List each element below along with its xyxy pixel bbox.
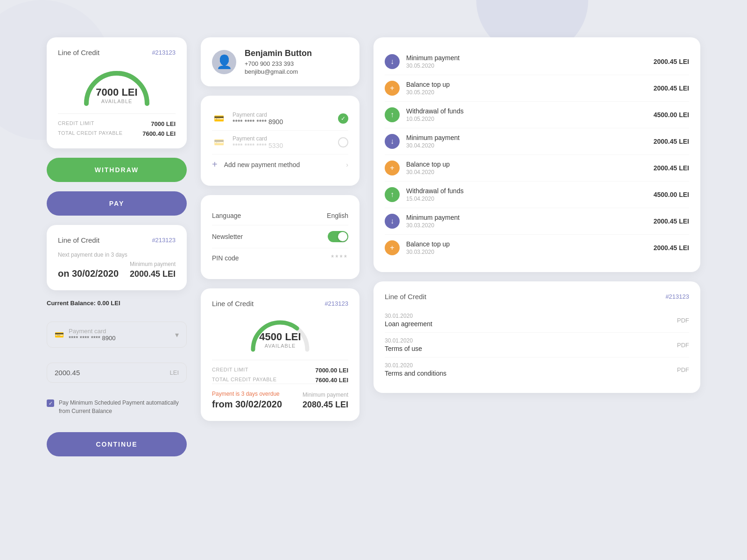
txn-info: Minimum payment 30.04.2020 <box>406 134 459 149</box>
txn-title: Balance top up <box>406 81 450 88</box>
loc-card-3: Line of Credit #213123 4500 LEI AVAILABL… <box>201 288 359 421</box>
payment-card-select[interactable]: 💳 Payment card **** **** **** 8900 ▾ <box>47 322 187 348</box>
doc-name: Terms and conditions <box>385 370 446 377</box>
pin-label: PIN code <box>212 254 239 262</box>
overdue-tag: Payment is 3 days overdue <box>212 391 282 397</box>
overdue-row: Payment is 3 days overdue from 30/02/202… <box>212 384 348 410</box>
payment-card-number: **** **** **** 8900 <box>69 335 115 342</box>
docs-header: Line of Credit #213123 <box>385 293 689 301</box>
credit-limit-val: 7000 LEI <box>151 120 176 127</box>
pin-setting[interactable]: PIN code **** <box>212 248 348 268</box>
min-payment-section: Minimum payment 2000.45 LEI <box>130 261 176 279</box>
doc-item[interactable]: 30.01.2020 Loan agreement PDF <box>385 308 689 333</box>
txn-left: + Balance top up 30.04.2020 <box>385 161 450 175</box>
card-icon-2: 💳 <box>212 137 226 147</box>
loc-title-3: Line of Credit <box>212 300 254 308</box>
txn-icon: ↓ <box>385 214 400 229</box>
total-payable-key: TOTAL CREDIT PAYABLE <box>58 130 123 137</box>
checkbox-icon[interactable]: ✓ <box>47 399 54 407</box>
profile-content: 👤 Benjamin Button +700 900 233 393 benji… <box>212 49 348 75</box>
doc-item[interactable]: 30.01.2020 Terms and conditions PDF <box>385 357 689 382</box>
txn-icon: ↓ <box>385 54 400 69</box>
gauge-amount-3: 4500 LEI <box>259 331 301 343</box>
txn-date: 30.05.2020 <box>406 63 459 69</box>
pm-info-2: Payment card **** **** **** 5330 <box>233 135 283 149</box>
credit-limit-key: CREDIT LIMIT <box>58 120 94 127</box>
pm-selected-icon: ✓ <box>338 113 348 124</box>
amount-value[interactable]: 2000.45 <box>55 369 80 377</box>
txn-icon: ↑ <box>385 187 400 202</box>
txn-info: Balance top up 30.04.2020 <box>406 161 450 175</box>
chevron-down-icon: ▾ <box>175 330 179 339</box>
avatar: 👤 <box>212 50 236 74</box>
newsletter-toggle[interactable] <box>328 231 348 242</box>
pm-label-2: Payment card <box>233 135 283 142</box>
newsletter-setting[interactable]: Newsletter <box>212 225 348 248</box>
gauge-available-label-1: AVAILABLE <box>96 98 137 104</box>
transaction-item: + Balance top up 30.03.2020 2000.45 LEI <box>385 235 689 261</box>
pm-left-1: 💳 Payment card **** **** **** 8900 <box>212 112 283 126</box>
payment-select-info: Payment card **** **** **** 8900 <box>69 328 115 342</box>
newsletter-label: Newsletter <box>212 233 243 240</box>
chevron-right-icon: › <box>346 161 348 168</box>
txn-info: Balance top up 30.03.2020 <box>406 240 450 255</box>
transactions-list: ↓ Minimum payment 30.05.2020 2000.45 LEI… <box>385 49 689 261</box>
plus-icon: + <box>212 159 218 170</box>
doc-type: PDF <box>677 317 689 324</box>
gauge-text-1: 7000 LEI AVAILABLE <box>96 86 137 106</box>
txn-left: ↓ Minimum payment 30.03.2020 <box>385 214 459 229</box>
checkbox-label: Pay Minimum Scheduled Payment automatica… <box>59 399 187 415</box>
column-1: Line of Credit #213123 7000 LEI AVAILABL… <box>47 37 187 523</box>
total-payable-row: TOTAL CREDIT PAYABLE 7600.40 LEI <box>58 130 176 137</box>
pm-radio-icon[interactable] <box>338 137 348 147</box>
amount-input-row: 2000.45 LEI <box>47 363 187 383</box>
auto-pay-checkbox-row[interactable]: ✓ Pay Minimum Scheduled Payment automati… <box>47 399 187 415</box>
doc-info: 30.01.2020 Loan agreement <box>385 313 432 328</box>
loc-title-1: Line of Credit <box>58 49 99 56</box>
add-payment-method[interactable]: + Add new payment method › <box>212 154 348 175</box>
doc-item[interactable]: 30.01.2020 Terms of use PDF <box>385 333 689 357</box>
txn-left: ↓ Minimum payment 30.04.2020 <box>385 134 459 149</box>
min-payment-label: Minimum payment <box>130 261 176 267</box>
payment-method-1[interactable]: 💳 Payment card **** **** **** 8900 ✓ <box>212 107 348 131</box>
pm-left-2: 💳 Payment card **** **** **** 5330 <box>212 135 283 149</box>
txn-title: Balance top up <box>406 240 450 248</box>
doc-date: 30.01.2020 <box>385 337 422 344</box>
doc-name: Terms of use <box>385 345 422 352</box>
doc-type: PDF <box>677 342 689 349</box>
pay-button[interactable]: PAY <box>47 191 187 216</box>
docs-title: Line of Credit <box>385 293 426 301</box>
continue-button[interactable]: CONTINUE <box>47 432 187 456</box>
txn-title: Balance top up <box>406 161 450 168</box>
overdue-left: Payment is 3 days overdue from 30/02/202… <box>212 391 282 410</box>
pm-info-1: Payment card **** **** **** 8900 <box>233 112 283 126</box>
payment-select-left: 💳 Payment card **** **** **** 8900 <box>55 328 115 342</box>
txn-left: + Balance top up 30.05.2020 <box>385 81 450 96</box>
txn-amount: 2000.45 LEI <box>654 138 689 145</box>
withdraw-button[interactable]: WITHDRAW <box>47 158 187 182</box>
overdue-min-label: Minimum payment <box>303 392 348 398</box>
settings-card: Language English Newsletter PIN code ***… <box>201 195 359 279</box>
loc-id-1: #213123 <box>152 49 176 56</box>
loc-header-3: Line of Credit #213123 <box>212 300 348 308</box>
profile-card: 👤 Benjamin Button +700 900 233 393 benji… <box>201 37 359 86</box>
language-label: Language <box>212 212 241 219</box>
language-setting[interactable]: Language English <box>212 206 348 225</box>
transaction-item: ↓ Minimum payment 30.05.2020 2000.45 LEI <box>385 49 689 75</box>
pin-value: **** <box>331 254 348 262</box>
total-payable-val-3: 7600.40 LEI <box>315 377 348 384</box>
doc-date: 30.01.2020 <box>385 362 446 369</box>
transactions-card: ↓ Minimum payment 30.05.2020 2000.45 LEI… <box>374 37 700 272</box>
toggle-knob <box>338 232 347 241</box>
due-date: on 30/02/2020 <box>58 268 119 279</box>
txn-amount: 4500.00 LEI <box>654 111 689 119</box>
credit-card-icon: 💳 <box>55 330 64 339</box>
txn-info: Balance top up 30.05.2020 <box>406 81 450 96</box>
loc-card-1: Line of Credit #213123 7000 LEI AVAILABL… <box>47 37 187 148</box>
transaction-item: + Balance top up 30.05.2020 2000.45 LEI <box>385 75 689 102</box>
payment-card-label: Payment card <box>69 328 115 335</box>
txn-title: Minimum payment <box>406 134 459 141</box>
txn-date: 15.04.2020 <box>406 196 464 202</box>
amount-currency: LEI <box>169 369 179 376</box>
payment-method-2[interactable]: 💳 Payment card **** **** **** 5330 <box>212 131 348 154</box>
